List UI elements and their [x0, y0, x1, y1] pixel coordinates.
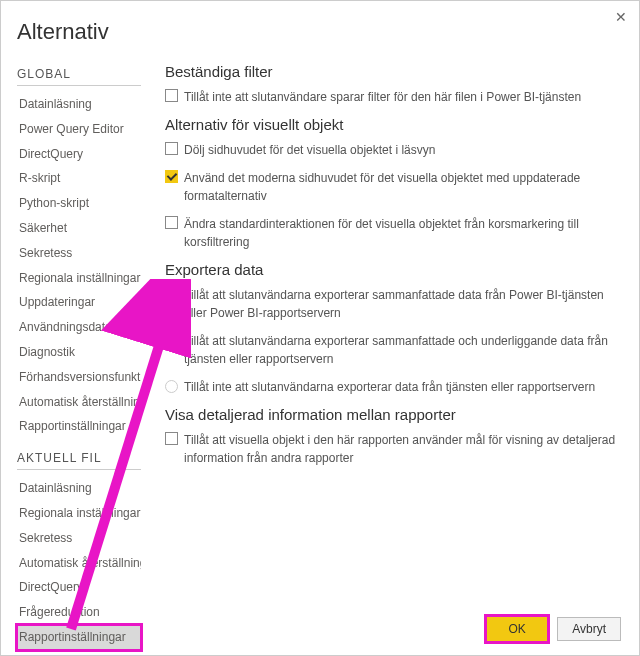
close-icon[interactable]: ✕: [615, 9, 627, 25]
sidebar: GLOBAL Datainläsning Power Query Editor …: [17, 55, 147, 650]
checkbox-modern-visual-header[interactable]: Använd det moderna sidhuvudet för det vi…: [165, 169, 627, 205]
radio-export-summarized-underlying[interactable]: Tillåt att slutanvändarna exporterar sam…: [165, 332, 627, 368]
sidebar-item-cf-auto-aterstallning[interactable]: Automatisk återställning: [17, 551, 141, 576]
radio-export-none[interactable]: Tillåt inte att slutanvändarna exportera…: [165, 378, 627, 396]
main-panel: Beständiga filter Tillåt inte att slutan…: [147, 55, 627, 650]
radio-icon: [165, 334, 178, 347]
sidebar-item-regionala[interactable]: Regionala inställningar: [17, 266, 141, 291]
checkbox-persistent-filters[interactable]: Tillåt inte att slutanvändare sparar fil…: [165, 88, 627, 106]
checkbox-label: Tillåt att visuella objekt i den här rap…: [184, 431, 627, 467]
section-title-visual-options: Alternativ för visuellt objekt: [165, 116, 627, 133]
dialog-footer: OK Avbryt: [487, 617, 621, 641]
radio-label: Tillåt att slutanvändarna exporterar sam…: [184, 332, 627, 368]
checkbox-label: Ändra standardinteraktionen för det visu…: [184, 215, 627, 251]
checkbox-icon: [165, 142, 178, 155]
checkbox-default-interaction[interactable]: Ändra standardinteraktionen för det visu…: [165, 215, 627, 251]
sidebar-item-cf-sekretess[interactable]: Sekretess: [17, 526, 141, 551]
checkbox-icon: [165, 216, 178, 229]
sidebar-item-forhandsversion[interactable]: Förhandsversionsfunktioner: [17, 365, 141, 390]
sidebar-item-anvandningsdata[interactable]: Användningsdata: [17, 315, 141, 340]
checkbox-icon-checked: [165, 170, 178, 183]
sidebar-item-uppdateringar[interactable]: Uppdateringar: [17, 290, 141, 315]
checkbox-icon: [165, 432, 178, 445]
sidebar-heading-global: GLOBAL: [17, 61, 141, 86]
section-title-persistent-filters: Beständiga filter: [165, 63, 627, 80]
dialog-title: Alternativ: [1, 1, 639, 55]
sidebar-heading-current-file: AKTUELL FIL: [17, 445, 141, 470]
section-title-cross-report: Visa detaljerad information mellan rappo…: [165, 406, 627, 423]
section-title-export-data: Exportera data: [165, 261, 627, 278]
sidebar-item-r-skript[interactable]: R-skript: [17, 166, 141, 191]
radio-icon-selected: [165, 288, 178, 301]
sidebar-item-rapportinstallningar-global[interactable]: Rapportinställningar: [17, 414, 141, 439]
sidebar-item-cf-rapportinstallningar[interactable]: Rapportinställningar: [17, 625, 141, 650]
sidebar-item-diagnostik[interactable]: Diagnostik: [17, 340, 141, 365]
ok-button[interactable]: OK: [487, 617, 547, 641]
checkbox-label: Använd det moderna sidhuvudet för det vi…: [184, 169, 627, 205]
sidebar-item-cf-directquery[interactable]: DirectQuery: [17, 575, 141, 600]
sidebar-item-directquery[interactable]: DirectQuery: [17, 142, 141, 167]
sidebar-item-cf-regionala[interactable]: Regionala inställningar: [17, 501, 141, 526]
checkbox-icon: [165, 89, 178, 102]
sidebar-item-datainlasning[interactable]: Datainläsning: [17, 92, 141, 117]
cancel-button[interactable]: Avbryt: [557, 617, 621, 641]
radio-label: Tillåt att slutanvändarna exporterar sam…: [184, 286, 627, 322]
radio-icon: [165, 380, 178, 393]
sidebar-item-cf-fragereduktion[interactable]: Frågereduktion: [17, 600, 141, 625]
checkbox-label: Tillåt inte att slutanvändare sparar fil…: [184, 88, 627, 106]
checkbox-label: Dölj sidhuvudet för det visuella objekte…: [184, 141, 627, 159]
sidebar-item-python-skript[interactable]: Python-skript: [17, 191, 141, 216]
checkbox-cross-report-drill[interactable]: Tillåt att visuella objekt i den här rap…: [165, 431, 627, 467]
radio-export-summarized[interactable]: Tillåt att slutanvändarna exporterar sam…: [165, 286, 627, 322]
sidebar-item-auto-aterstallning[interactable]: Automatisk återställning: [17, 390, 141, 415]
radio-label: Tillåt inte att slutanvändarna exportera…: [184, 378, 627, 396]
checkbox-hide-visual-header[interactable]: Dölj sidhuvudet för det visuella objekte…: [165, 141, 627, 159]
sidebar-item-sekretess[interactable]: Sekretess: [17, 241, 141, 266]
sidebar-item-power-query-editor[interactable]: Power Query Editor: [17, 117, 141, 142]
sidebar-item-sakerhet[interactable]: Säkerhet: [17, 216, 141, 241]
sidebar-item-cf-datainlasning[interactable]: Datainläsning: [17, 476, 141, 501]
